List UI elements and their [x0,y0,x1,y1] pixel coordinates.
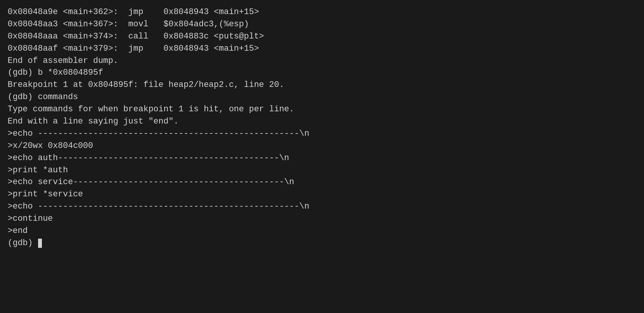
terminal-cursor [38,239,42,248]
terminal-line: >print *service [8,188,636,201]
terminal-line: (gdb) b *0x0804895f [8,67,636,79]
terminal-line: 0x08048a9e <main+362>: jmp 0x8048943 <ma… [8,6,636,18]
terminal-line: (gdb) [8,237,636,249]
terminal-line: 0x08048aa3 <main+367>: movl $0x804adc3,(… [8,18,636,30]
terminal-line: End of assembler dump. [8,55,636,67]
terminal-window: 0x08048a9e <main+362>: jmp 0x8048943 <ma… [8,6,636,249]
terminal-line: End with a line saying just "end". [8,116,636,128]
terminal-line: >echo service---------------------------… [8,176,636,188]
terminal-line: (gdb) commands [8,91,636,103]
terminal-line: Type commands for when breakpoint 1 is h… [8,103,636,116]
terminal-line: 0x08048aaa <main+374>: call 0x804883c <p… [8,30,636,43]
terminal-line: Breakpoint 1 at 0x804895f: file heap2/he… [8,79,636,91]
terminal-line: >end [8,225,636,237]
terminal-line: >echo ----------------------------------… [8,128,636,140]
terminal-line: 0x08048aaf <main+379>: jmp 0x8048943 <ma… [8,43,636,55]
terminal-line: >x/20wx 0x804c000 [8,140,636,152]
terminal-line: >echo auth------------------------------… [8,152,636,164]
terminal-line: >print *auth [8,164,636,177]
terminal-output: 0x08048a9e <main+362>: jmp 0x8048943 <ma… [8,6,636,249]
terminal-line: >echo ----------------------------------… [8,201,636,213]
terminal-line: >continue [8,213,636,225]
